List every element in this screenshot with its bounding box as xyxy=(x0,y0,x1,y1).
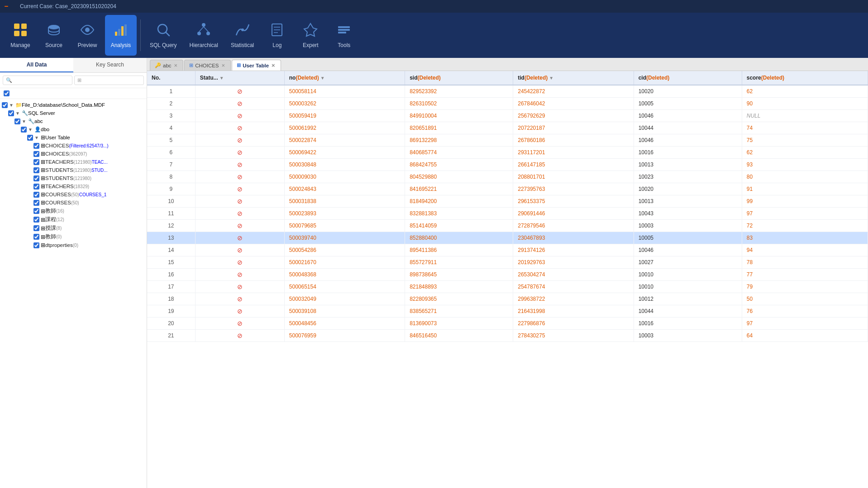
expand-icon: ▼ xyxy=(15,111,22,116)
tree-cb[interactable] xyxy=(33,175,39,181)
table-row[interactable]: 15⊘5000216708557279112019297631002778 xyxy=(147,256,868,269)
col-header-tid_del[interactable]: tid(Deleted)▼ xyxy=(513,71,634,85)
toolbar-item-hierarchical[interactable]: Hierarchical xyxy=(184,15,224,56)
toolbar-item-source[interactable]: Source xyxy=(38,15,70,56)
sort-icon[interactable]: ▼ xyxy=(320,76,325,81)
table-row[interactable]: 13⊘5000397408528804002304678931000583 xyxy=(147,232,868,244)
tree-cb[interactable] xyxy=(33,217,39,223)
tree-cb[interactable] xyxy=(27,135,33,141)
table-row[interactable]: 2⊘5000032628263105022678460421000590 xyxy=(147,98,868,110)
tree-cb[interactable] xyxy=(33,200,39,206)
col-header-sid_del: sid(Deleted) xyxy=(405,71,513,85)
filter-table[interactable]: ⊞ xyxy=(74,76,144,85)
tree-cb[interactable] xyxy=(33,151,39,157)
table-row[interactable]: 17⊘5000651548218488932547876741001079 xyxy=(147,281,868,293)
tree-node[interactable]: ▼⊞ User Table xyxy=(0,133,147,142)
tree-cb[interactable] xyxy=(33,225,39,231)
tree-node[interactable]: ⊞ COURSES(50) COURSES_1 xyxy=(0,190,147,199)
table-row[interactable]: 11⊘5000238938328813832906914461004397 xyxy=(147,208,868,220)
col-header-status[interactable]: Statu...▼ xyxy=(195,71,284,85)
cell-cid: 10003 xyxy=(634,220,742,232)
tree-node[interactable]: ⊞ dtproperties(0) xyxy=(0,241,147,249)
doc-tab-abc[interactable]: 🔑abc× xyxy=(150,60,183,71)
tree-cb[interactable] xyxy=(33,184,39,190)
filter-library[interactable]: 🔍 xyxy=(3,76,72,85)
tab-close-abc[interactable]: × xyxy=(173,62,179,68)
tree-cb[interactable] xyxy=(33,234,39,240)
cell-cid: 10003 xyxy=(634,330,742,342)
deleted-icon: ⊘ xyxy=(237,137,243,144)
table-row[interactable]: 6⊘5000694228406857742931172011001662 xyxy=(147,147,868,159)
filter-icon[interactable]: ▼ xyxy=(219,76,224,81)
table-small-icon: ⊞ xyxy=(41,175,45,181)
tree-cb[interactable] xyxy=(33,167,39,173)
tree-cb[interactable] xyxy=(33,159,39,165)
tree-cb[interactable] xyxy=(21,127,27,133)
table-row[interactable]: 5⊘5000228748691322982678601861004675 xyxy=(147,134,868,147)
cell-deleted-val: 813690073 xyxy=(405,317,513,330)
tree-node[interactable]: ⊞ COURSES(50) xyxy=(0,199,147,207)
toolbar-item-sqlquery[interactable]: SQL Query xyxy=(144,15,182,56)
table-row[interactable]: 16⊘5000483688987386452653042741001077 xyxy=(147,269,868,281)
sort-icon[interactable]: ▼ xyxy=(549,76,553,81)
cell-score: 79 xyxy=(742,281,868,293)
toolbar-item-preview[interactable]: Preview xyxy=(72,15,103,56)
tree-cb[interactable] xyxy=(8,110,14,116)
tree-cb[interactable] xyxy=(33,242,39,248)
table-row[interactable]: 8⊘5000090308045298802088017011002380 xyxy=(147,171,868,183)
tree-node[interactable]: ⊞ 教師(16) xyxy=(0,207,147,215)
tree-node[interactable]: ⊞ 授課(8) xyxy=(0,224,147,232)
tree-cb[interactable] xyxy=(33,143,39,149)
tree-cb[interactable] xyxy=(33,208,39,214)
toolbar-item-manage[interactable]: Manage xyxy=(5,15,36,56)
tree-node[interactable]: ⊞ 教師(0) xyxy=(0,232,147,241)
tree-node[interactable]: ⊞ CHOICES (Filtered:62547/3...) xyxy=(0,142,147,150)
tree-node[interactable]: ▼📁 File_D:\database\School_Data.MDF xyxy=(0,101,147,109)
table-row[interactable]: 4⊘5000619928206518912072201871004474 xyxy=(147,122,868,134)
table-row[interactable]: 19⊘5000391088385652712164319981004476 xyxy=(147,305,868,317)
tree-node[interactable]: ▼🔧 SQL Server xyxy=(0,109,147,117)
table-row[interactable]: 1⊘5000581148295233922454228721002062 xyxy=(147,85,868,98)
sidebar-tab-alldata[interactable]: All Data xyxy=(0,58,73,72)
table-wrapper[interactable]: No.Statu...▼no(Deleted)▼sid(Deleted)tid(… xyxy=(147,71,868,488)
doc-tab-choices[interactable]: ⊞CHOICES× xyxy=(184,60,231,71)
toolbar-item-tools[interactable]: Tools xyxy=(328,15,360,56)
cell-score: 80 xyxy=(742,171,868,183)
table-row[interactable]: 18⊘5000320498228093652996387221001250 xyxy=(147,293,868,305)
table-name-label: 教師 xyxy=(45,208,56,214)
table-row[interactable]: 10⊘5000318388184942002961533751001399 xyxy=(147,195,868,208)
tree-node[interactable]: ⊞ CHOICES(362097) xyxy=(0,150,147,158)
toolbar-item-analysis[interactable]: Analysis xyxy=(105,15,137,56)
cell-cid: 10010 xyxy=(634,269,742,281)
table-row[interactable]: 12⊘5000796858514140592728795461000372 xyxy=(147,220,868,232)
tree-cb[interactable] xyxy=(33,192,39,198)
col-header-no_del[interactable]: no(Deleted)▼ xyxy=(284,71,405,85)
cell-deleted-val: 898738645 xyxy=(405,269,513,281)
select-all-checkbox[interactable] xyxy=(4,90,10,96)
tree-node[interactable]: ⊞ STUDENTS(121980) xyxy=(0,174,147,182)
tree-node[interactable]: ⊞ TEACHERS(121980) TEAC... xyxy=(0,158,147,166)
deleted-icon: ⊘ xyxy=(237,295,243,303)
tree-node[interactable]: ⊞ 課程(12) xyxy=(0,215,147,224)
table-row[interactable]: 3⊘50005941984991000425679262910046NULL xyxy=(147,110,868,122)
tree-node[interactable]: ▼🔧 abc xyxy=(0,117,147,125)
tree-cb[interactable] xyxy=(14,118,20,124)
tree-node[interactable]: ⊞ STUDENTS(121980) STUD... xyxy=(0,166,147,174)
tree-node[interactable]: ⊞ TEACHERS(18329) xyxy=(0,182,147,190)
toolbar-item-expert[interactable]: Expert xyxy=(295,15,326,56)
doc-tab-usertable[interactable]: ⊞User Table× xyxy=(232,60,281,71)
tab-close-usertable[interactable]: × xyxy=(271,62,276,68)
toolbar-item-statistical[interactable]: Statistical xyxy=(225,15,259,56)
table-row[interactable]: 20⊘5000484568136900732279868761001697 xyxy=(147,317,868,330)
tree-cb[interactable] xyxy=(2,102,8,108)
tab-close-choices[interactable]: × xyxy=(221,62,226,68)
tree-node[interactable]: ▼👤 dbo xyxy=(0,125,147,133)
deleted-icon: ⊘ xyxy=(237,222,243,229)
table-row[interactable]: 21⊘5000769598465164502784302751000364 xyxy=(147,330,868,342)
toolbar-item-log[interactable]: Log xyxy=(261,15,293,56)
sidebar-tab-keysearch[interactable]: Key Search xyxy=(73,58,147,72)
table-row[interactable]: 9⊘5000248438416952212273957631002091 xyxy=(147,183,868,195)
title-bar: Current Case: Case_202309151020204 xyxy=(0,0,868,13)
table-row[interactable]: 7⊘5000308488684247552661471851001393 xyxy=(147,159,868,171)
table-row[interactable]: 14⊘5000542868954113862913741261004694 xyxy=(147,244,868,256)
